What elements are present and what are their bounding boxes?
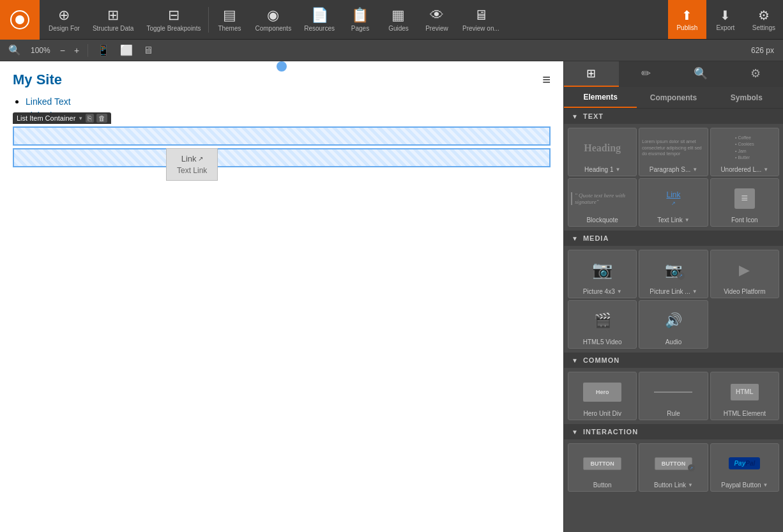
paypal-button-preview-visual: PayPal xyxy=(729,457,760,469)
element-blockquote[interactable]: " Quote text here with signature" Blockq… xyxy=(568,178,637,227)
resources-button[interactable]: 📄 Resources xyxy=(298,0,341,39)
nav-menu-icon[interactable]: ≡ xyxy=(542,72,551,88)
element-paypal-button[interactable]: PayPal Paypal Button ▼ xyxy=(710,443,779,492)
desktop-device-button[interactable]: 🖥 xyxy=(139,43,157,57)
unordered-list-preview-text: • Coffee• Cookies• Jam• Butter xyxy=(735,135,754,162)
elements-grid-icon: ⊞ xyxy=(586,66,596,80)
logo-button[interactable] xyxy=(0,0,40,40)
canvas-list: Linked Text Linked Text List Item Contai… xyxy=(13,96,551,186)
panel-sub-tabs: Elements Components Symbols xyxy=(564,87,783,109)
tablet-device-button[interactable]: ⬜ xyxy=(116,43,137,57)
unordered-list-label: Unordered L... ▼ xyxy=(720,166,768,173)
publish-button[interactable]: ⬆ Publish xyxy=(668,0,706,39)
paypal-button-label: Paypal Button ▼ xyxy=(721,482,768,489)
delete-button[interactable]: 🗑 xyxy=(96,114,107,123)
element-heading1[interactable]: Heading Heading 1 ▼ xyxy=(568,128,637,176)
settings-gear-icon: ⚙ xyxy=(750,66,761,80)
tab-styles[interactable]: ✏ xyxy=(619,61,674,87)
picture-link-dropdown-arrow: ▼ xyxy=(692,289,697,294)
list-item-container[interactable]: List Item Container ▼ ⎘ 🗑 xyxy=(13,126,551,146)
export-button[interactable]: ⬇ Export xyxy=(706,0,745,39)
element-button-link[interactable]: BUTTON ↗ Button Link ▼ xyxy=(639,443,708,492)
tab-settings[interactable]: ⚙ xyxy=(728,61,783,87)
search-icon: 🔍 xyxy=(694,66,708,80)
element-rule[interactable]: Rule xyxy=(639,372,708,420)
toggle-breakpoints-button[interactable]: ⊟ Toggle Breakpoints xyxy=(140,0,207,39)
text-link-sample: Link xyxy=(666,190,680,199)
zoom-reset-button[interactable]: + xyxy=(71,44,82,57)
text-link-preview-visual: Link ↗ xyxy=(666,190,680,206)
toolbar-sep-1 xyxy=(208,7,209,33)
mobile-device-button[interactable]: 📱 xyxy=(93,43,114,57)
button-preview-visual: BUTTON xyxy=(583,457,621,470)
structure-data-button[interactable]: ⊞ Structure Data xyxy=(86,0,140,39)
media-section-arrow: ▼ xyxy=(572,235,578,242)
sub-tab-symbols[interactable]: Symbols xyxy=(710,87,783,108)
settings-icon: ⚙ xyxy=(758,8,770,23)
unordered-list-preview: • Coffee• Cookies• Jam• Butter xyxy=(713,132,776,163)
element-picture4x3[interactable]: 📷 Picture 4x3 ▼ xyxy=(568,250,637,298)
preview-on-icon: 🖥 xyxy=(474,7,488,24)
themes-button[interactable]: ▤ Themes xyxy=(210,0,248,39)
list-item-4: Link ↗ Text Link xyxy=(13,148,551,186)
blockquote-preview: " Quote text here with signature" xyxy=(571,183,634,214)
sub-tab-components-label: Components xyxy=(650,93,697,102)
guides-button[interactable]: ▦ Guides xyxy=(379,0,418,39)
audio-preview: 🔊 xyxy=(642,305,704,336)
canvas-area[interactable]: My Site ≡ Linked Text Linked Text List I… xyxy=(0,61,563,532)
element-picture-link[interactable]: 📷 ↗ Picture Link ... ▼ xyxy=(639,250,708,298)
preview-button[interactable]: 👁 Preview xyxy=(418,0,456,39)
design-for-button[interactable]: ⊕ Design For xyxy=(42,0,86,39)
design-for-icon: ⊕ xyxy=(58,7,70,24)
interaction-section-header[interactable]: ▼ INTERACTION xyxy=(564,424,783,439)
element-html[interactable]: HTML HTML Element xyxy=(710,372,779,420)
hero-unit-preview: Hero xyxy=(571,376,634,407)
settings-button[interactable]: ⚙ Settings xyxy=(745,0,783,39)
panel-tabs: ⊞ ✏ 🔍 ⚙ xyxy=(564,61,783,87)
common-section-arrow: ▼ xyxy=(572,357,578,364)
sub-tab-elements[interactable]: Elements xyxy=(564,87,637,108)
paragraph-preview-text: Lorem ipsum dolor sit amet consectetur a… xyxy=(642,139,704,157)
element-paragraph[interactable]: Lorem ipsum dolor sit amet consectetur a… xyxy=(639,128,708,176)
picture-link-label: Picture Link ... ▼ xyxy=(650,288,697,295)
element-unordered-list[interactable]: • Coffee• Cookies• Jam• Butter Unordered… xyxy=(710,128,779,176)
video-platform-preview: ▶ xyxy=(713,254,776,285)
right-panel: ⊞ ✏ 🔍 ⚙ Elements Components Symbols xyxy=(563,61,783,532)
button-link-label: Button Link ▼ xyxy=(654,482,693,489)
element-button[interactable]: BUTTON Button xyxy=(568,443,637,492)
element-html5video[interactable]: 🎬 HTML5 Video xyxy=(568,300,637,349)
components-button[interactable]: ◉ Components xyxy=(248,0,298,39)
list-item-toolbar[interactable]: List Item Container ▼ ⎘ 🗑 xyxy=(13,112,111,124)
html-label: HTML Element xyxy=(724,410,766,417)
element-text-link[interactable]: Link ↗ Text Link ▼ xyxy=(639,178,708,227)
video-platform-icon: ▶ xyxy=(739,262,750,278)
heading1-dropdown-arrow: ▼ xyxy=(616,167,621,172)
picture4x3-label: Picture 4x3 ▼ xyxy=(583,288,622,295)
media-section-header[interactable]: ▼ MEDIA xyxy=(564,231,783,246)
preview-on-button[interactable]: 🖥 Preview on... xyxy=(456,0,506,39)
sub-tab-components[interactable]: Components xyxy=(637,87,710,108)
right-toolbar-group: ⬆ Publish ⬇ Export ⚙ Settings xyxy=(668,0,783,39)
element-hero-unit[interactable]: Hero Hero Unit Div xyxy=(568,372,637,420)
rule-label: Rule xyxy=(667,410,680,417)
tab-elements[interactable]: ⊞ xyxy=(564,61,619,87)
element-audio[interactable]: 🔊 Audio xyxy=(639,300,708,349)
common-section-header[interactable]: ▼ COMMON xyxy=(564,353,783,368)
duplicate-button[interactable]: ⎘ xyxy=(86,114,94,123)
button-preview: BUTTON xyxy=(571,448,634,479)
zoom-in-button[interactable]: 🔍 xyxy=(5,43,24,57)
pages-button[interactable]: 📋 Pages xyxy=(341,0,379,39)
hero-unit-preview-visual: Hero xyxy=(583,383,621,402)
tab-search[interactable]: 🔍 xyxy=(674,61,729,87)
preview-icon: 👁 xyxy=(430,7,444,24)
linked-text-1[interactable]: Linked Text xyxy=(26,96,71,107)
zoom-out-button[interactable]: − xyxy=(57,44,68,57)
element-video-platform[interactable]: ▶ Video Platform xyxy=(710,250,779,298)
guides-icon: ▦ xyxy=(392,7,405,24)
canvas-ruler-handle[interactable] xyxy=(277,61,287,72)
element-font-icon[interactable]: ≡ Font Icon xyxy=(710,178,779,227)
html-preview: HTML xyxy=(713,376,776,407)
heading1-label: Heading 1 ▼ xyxy=(584,166,621,173)
text-section-header[interactable]: ▼ TEXT xyxy=(564,109,783,124)
dropdown-arrow[interactable]: ▼ xyxy=(78,116,83,121)
